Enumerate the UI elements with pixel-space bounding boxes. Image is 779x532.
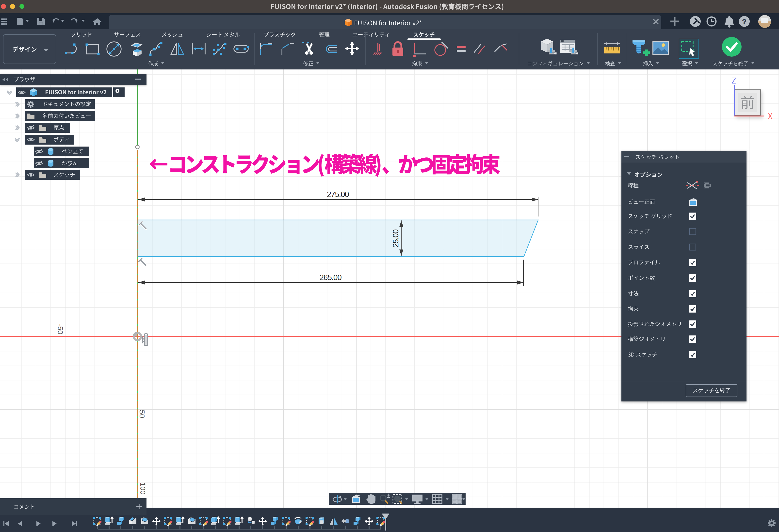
svg-text:?: ?	[742, 17, 746, 25]
